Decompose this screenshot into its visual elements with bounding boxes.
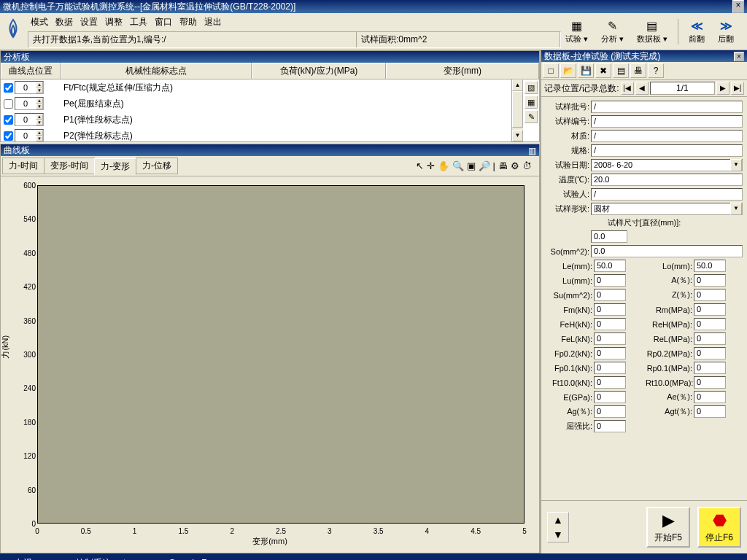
taskbar-item[interactable]: 电视 xyxy=(7,556,39,561)
hand-icon[interactable]: ✋ xyxy=(438,160,449,171)
field-input[interactable]: / xyxy=(591,115,743,128)
field-input[interactable]: 0 xyxy=(594,420,626,432)
zoom-in-icon[interactable]: 🔍 xyxy=(452,160,464,171)
field-input[interactable]: 0 xyxy=(594,289,626,301)
close-icon[interactable]: × xyxy=(732,0,744,13)
menu-调整[interactable]: 调整 xyxy=(102,15,125,30)
print2-icon[interactable]: 🖶 xyxy=(630,63,646,78)
field-input[interactable]: 0 xyxy=(694,362,726,374)
first-icon[interactable]: |◀ xyxy=(621,82,634,95)
field-input[interactable]: 0 xyxy=(594,405,626,418)
stop-button[interactable]: ⬣停止F6 xyxy=(697,507,741,548)
field-input[interactable]: / xyxy=(591,130,743,142)
menu-模式[interactable]: 模式 xyxy=(28,15,51,30)
chart-icon[interactable]: ▧ xyxy=(525,81,538,94)
data-panel-close-icon[interactable]: × xyxy=(734,52,744,61)
zoom-area-icon[interactable]: ▣ xyxy=(467,160,476,171)
curve-tool-icon[interactable]: ▥ xyxy=(528,146,536,156)
field-input[interactable]: 0 xyxy=(694,289,726,301)
field-input[interactable]: 0 xyxy=(694,376,726,389)
row-spinner[interactable]: ▲▼ xyxy=(15,113,44,126)
ytick: 480 xyxy=(14,249,36,257)
row-checkbox[interactable] xyxy=(4,115,13,125)
field-input[interactable]: / xyxy=(591,188,743,201)
print-icon[interactable]: 🖶 xyxy=(498,160,508,171)
row-checkbox[interactable] xyxy=(4,131,13,141)
tab-变形-时间[interactable]: 变形-时间 xyxy=(44,158,95,174)
field-input[interactable]: 圆材 xyxy=(591,203,743,215)
menu-数据[interactable]: 数据 xyxy=(53,15,76,30)
row-checkbox[interactable] xyxy=(4,99,13,109)
menu-退出[interactable]: 退出 xyxy=(201,15,225,30)
prev-icon[interactable]: ◀ xyxy=(635,82,649,95)
field-input[interactable]: 0 xyxy=(594,391,626,403)
next-icon[interactable]: ▶ xyxy=(716,82,729,95)
menu-帮助[interactable]: 帮助 xyxy=(177,15,200,30)
analysis-scrollbar[interactable]: ▲▼ xyxy=(511,79,523,141)
taskbar-item[interactable]: Sample Fo... xyxy=(162,556,226,560)
field-input[interactable]: 0 xyxy=(594,318,626,330)
field-input[interactable]: 0 xyxy=(594,274,626,287)
field-input[interactable]: 50.0 xyxy=(694,260,726,272)
field-input[interactable]: 0 xyxy=(694,347,726,359)
size-input[interactable]: 0.0 xyxy=(591,230,627,243)
save-icon[interactable]: 💾 xyxy=(578,63,594,78)
size-label: 试样尺寸[直径(mm)]: xyxy=(546,217,743,228)
row-spinner[interactable]: ▲▼ xyxy=(15,129,44,141)
taskbar-item[interactable]: 控制系统.ppt xyxy=(69,556,133,561)
field-input[interactable]: 0 xyxy=(694,274,726,287)
field-label: Fp0.2(kN): xyxy=(546,349,594,358)
tab-力-变形[interactable]: 力-变形 xyxy=(94,158,136,175)
calc-icon[interactable]: ▦ xyxy=(525,96,538,109)
field-input[interactable]: 0 xyxy=(594,376,626,389)
jog-updown[interactable]: ▲▼ xyxy=(547,512,569,542)
toolbar-试验[interactable]: ▦试验 ▾ xyxy=(561,18,592,46)
row-checkbox[interactable] xyxy=(4,83,13,93)
menu-工具[interactable]: 工具 xyxy=(127,15,150,30)
help-icon[interactable]: ? xyxy=(648,63,664,78)
field-input[interactable]: 50.0 xyxy=(594,260,626,272)
clock-icon[interactable]: ⏱ xyxy=(522,160,532,171)
analysis-row: ▲▼P2(弹性段标志点) xyxy=(1,128,539,141)
ytick: 600 xyxy=(14,182,36,190)
field-input[interactable]: 0 xyxy=(694,332,726,345)
field-input[interactable]: 20.0 xyxy=(591,174,743,186)
report-icon[interactable]: ▤ xyxy=(613,63,629,78)
chart-plot[interactable] xyxy=(37,185,525,524)
open-icon[interactable]: 📂 xyxy=(560,63,576,78)
field-input[interactable]: 0 xyxy=(594,347,626,359)
field-input[interactable]: 0 xyxy=(694,391,726,403)
menu-设置[interactable]: 设置 xyxy=(77,15,101,30)
row-spinner[interactable]: ▲▼ xyxy=(15,97,44,110)
field-input[interactable]: / xyxy=(591,101,743,113)
edit-icon[interactable]: ✎ xyxy=(525,110,538,123)
last-icon[interactable]: ▶| xyxy=(731,82,744,95)
config-icon[interactable]: ⚙ xyxy=(511,160,519,171)
toolbar-前翻[interactable]: ≪前翻 xyxy=(684,18,709,46)
toolbar-后翻[interactable]: ≫后翻 xyxy=(713,18,738,46)
field-input[interactable]: 0 xyxy=(594,362,626,374)
pointer-icon[interactable]: ↖ xyxy=(416,160,424,171)
field-input[interactable]: 0 xyxy=(594,303,626,316)
field-label: Ag(％): xyxy=(546,406,594,417)
cross-icon[interactable]: ✛ xyxy=(427,160,435,171)
field-input[interactable]: 0.0 xyxy=(591,245,743,257)
row-spinner[interactable]: ▲▼ xyxy=(15,81,44,94)
toolbar-数据板[interactable]: ▤数据板 ▾ xyxy=(632,18,672,46)
new-icon[interactable]: □ xyxy=(543,63,559,78)
start-button[interactable]: ▶开始F5 xyxy=(646,507,690,548)
ytick: 360 xyxy=(14,317,36,325)
xtick: 0.5 xyxy=(81,527,91,535)
menu-窗口[interactable]: 窗口 xyxy=(152,15,175,30)
field-input[interactable]: 0 xyxy=(594,332,626,345)
delete-icon[interactable]: ✖ xyxy=(595,63,611,78)
field-input[interactable]: 0 xyxy=(694,405,726,418)
tab-力-时间[interactable]: 力-时间 xyxy=(2,158,44,174)
field-input[interactable]: 0 xyxy=(694,318,726,330)
zoom-icon[interactable]: 🔎 xyxy=(479,160,490,171)
tab-力-位移[interactable]: 力-位移 xyxy=(136,158,178,174)
field-input[interactable]: / xyxy=(591,144,743,157)
toolbar-分析[interactable]: ✎分析 ▾ xyxy=(597,18,628,46)
field-input[interactable]: 0 xyxy=(694,303,726,316)
field-input[interactable]: 2008- 6-20 xyxy=(591,159,743,171)
